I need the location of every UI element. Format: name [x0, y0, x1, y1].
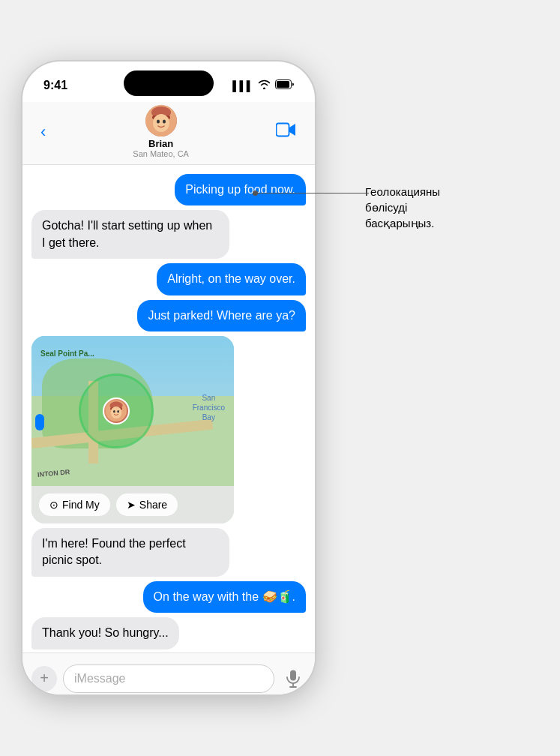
contact-info[interactable]: Brian San Mateo, CA: [133, 105, 189, 158]
svg-point-12: [111, 406, 122, 418]
sent-bubble: Just parked! Where are ya?: [137, 300, 306, 332]
svg-point-6: [157, 120, 160, 124]
input-bar: + iMessage: [22, 652, 315, 694]
annotation: Геолокацияны бөлісуді басқарыңыз.: [365, 184, 515, 231]
svg-point-14: [118, 410, 120, 412]
annotation-container: Геолокацияны бөлісуді басқарыңыз.: [365, 184, 515, 231]
sent-bubble: On the way with the 🥪🧃.: [143, 581, 306, 613]
message-row: Just parked! Where are ya?: [31, 300, 306, 332]
phone-shell: 9:41 ▌▌▌: [22, 62, 315, 694]
find-my-icon: ⊙: [49, 499, 58, 511]
avatar: [145, 105, 177, 136]
svg-rect-15: [290, 670, 296, 680]
svg-rect-8: [276, 124, 289, 136]
sent-bubble: Alright, on the way over.: [157, 263, 306, 295]
outer-wrapper: 9:41 ▌▌▌: [0, 0, 560, 756]
message-row: Picking up food now.: [31, 174, 306, 206]
wifi-icon: [258, 80, 271, 92]
message-row: Gotcha! I'll start setting up when I get…: [31, 210, 306, 259]
share-location-button[interactable]: ➤ Share: [116, 494, 178, 516]
message-row: Alright, on the way over.: [31, 263, 306, 295]
share-icon: ➤: [127, 499, 136, 511]
contact-location: San Mateo, CA: [133, 149, 189, 158]
message-row: Thank you! So hungry...: [31, 617, 306, 649]
battery-icon: [275, 80, 294, 92]
messages-area: Picking up food now. Gotcha! I'll start …: [22, 165, 315, 652]
message-input[interactable]: iMessage: [63, 664, 274, 693]
route-indicator: [35, 414, 44, 430]
received-bubble: Thank you! So hungry...: [31, 617, 179, 649]
map-actions: ⊙ Find My ➤ Share: [31, 486, 234, 524]
message-row: I'm here! Found the perfect picnic spot.: [31, 528, 306, 577]
bay-label: SanFranciscoBay: [193, 393, 225, 422]
voice-input-button[interactable]: [280, 666, 306, 692]
video-button[interactable]: [270, 119, 303, 144]
contact-name: Brian: [148, 138, 173, 149]
message-row: Seal Point Pa... SanFranciscoBay INTON D…: [31, 336, 306, 524]
annotation-line: [253, 193, 369, 194]
svg-point-5: [153, 114, 169, 132]
svg-point-7: [163, 120, 166, 124]
map-area: Seal Point Pa... SanFranciscoBay INTON D…: [31, 336, 234, 486]
dynamic-island: [124, 70, 214, 96]
received-bubble: Gotcha! I'll start setting up when I get…: [31, 210, 229, 259]
map-bubble[interactable]: Seal Point Pa... SanFranciscoBay INTON D…: [31, 336, 234, 524]
status-time: 9:41: [43, 79, 67, 92]
park-label: Seal Point Pa...: [40, 350, 94, 358]
avatar-pin: [103, 398, 130, 424]
input-placeholder: iMessage: [74, 672, 125, 686]
signal-icon: ▌▌▌: [232, 80, 253, 92]
find-my-button[interactable]: ⊙ Find My: [39, 494, 110, 516]
received-bubble: I'm here! Found the perfect picnic spot.: [31, 528, 229, 577]
svg-point-13: [113, 410, 115, 412]
add-attachment-button[interactable]: +: [31, 666, 57, 692]
status-icons: ▌▌▌: [232, 80, 294, 92]
nav-bar: ‹: [22, 102, 315, 165]
svg-rect-1: [277, 81, 289, 88]
annotation-text: Геолокацияны бөлісуді басқарыңыз.: [365, 184, 515, 231]
back-button[interactable]: ‹: [34, 119, 52, 145]
sent-bubble: Picking up food now.: [175, 174, 306, 206]
message-row: On the way with the 🥪🧃.: [31, 581, 306, 613]
